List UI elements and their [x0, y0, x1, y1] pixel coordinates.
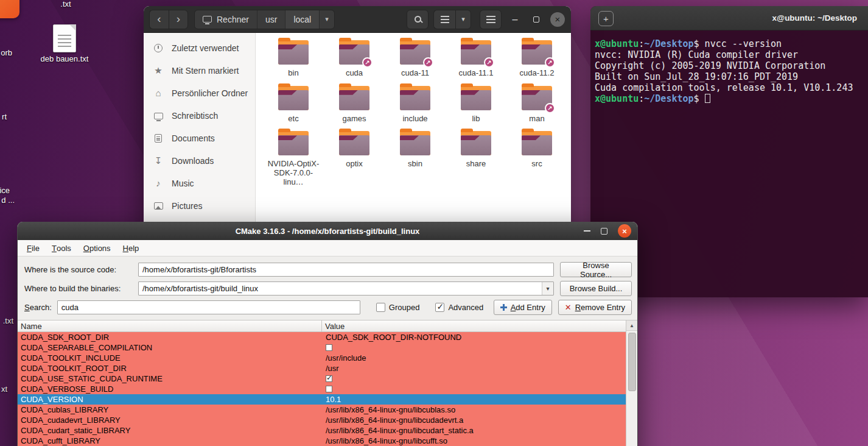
view-options-button[interactable]: ▾	[455, 10, 471, 29]
value-checkbox[interactable]	[326, 386, 332, 392]
breadcrumb-computer[interactable]: Rechner	[195, 10, 257, 29]
folder-src[interactable]: src	[506, 130, 567, 186]
column-header-name[interactable]: Name	[18, 320, 322, 331]
cmake-row-cuda-toolkit-root-dir[interactable]: CUDA_TOOLKIT_ROOT_DIR/usr	[18, 363, 626, 373]
desktop-icon-label-txt-left[interactable]: .txt	[0, 316, 13, 325]
close-button[interactable]: ×	[550, 12, 565, 27]
maximize-button[interactable]	[528, 12, 544, 27]
computer-icon	[203, 16, 212, 23]
sidebar-item-mit-stern-markiert[interactable]: ★Mit Stern markiert	[144, 59, 255, 82]
desktop-icon-deb-bauen[interactable]: deb bauen.txt	[35, 24, 94, 63]
source-code-input[interactable]	[138, 263, 554, 277]
hamburger-menu-button[interactable]	[480, 10, 502, 29]
desktop-icon-label-xt[interactable]: xt	[0, 384, 7, 394]
new-tab-button[interactable]	[598, 11, 614, 26]
cmake-row-cuda-cudart-static-library[interactable]: CUDA_cudart_static_LIBRARY/usr/lib/x86_6…	[18, 425, 626, 436]
add-entry-button[interactable]: Add Entry	[494, 300, 552, 315]
sidebar-item-pers-nlicher-ordner[interactable]: ⌂Persönlicher Ordner	[144, 82, 255, 104]
cmake-row-cuda-cudadevrt-library[interactable]: CUDA_cudadevrt_LIBRARY/usr/lib/x86_64-li…	[18, 415, 626, 425]
path-dropdown-button[interactable]: ▾	[320, 10, 334, 29]
desktop-icon-label-ice[interactable]: ice	[0, 186, 10, 195]
cmake-row-cuda-verbose-build[interactable]: CUDA_VERBOSE_BUILD	[18, 384, 626, 394]
advanced-checkbox[interactable]: Advanced	[435, 303, 483, 312]
terminal-output[interactable]: x@ubuntu:~/Desktop$ nvcc --versionnvcc: …	[590, 30, 868, 112]
folder-sbin[interactable]: sbin	[385, 130, 446, 186]
folder-cuda-11-2[interactable]: ↗cuda-11.2	[506, 39, 567, 78]
cmake-row-cuda-version[interactable]: CUDA_VERSION10.1	[18, 394, 626, 405]
folder-cuda-11[interactable]: ↗cuda-11	[385, 39, 446, 78]
sidebar-item-zuletzt-verwendet[interactable]: Zuletzt verwendet	[144, 37, 255, 59]
menu-file[interactable]: File	[21, 240, 46, 256]
search-input[interactable]	[57, 300, 360, 314]
search-button[interactable]	[407, 10, 429, 29]
folder-etc[interactable]: etc	[263, 85, 324, 124]
cache-entry-name: CUDA_cufft_LIBRARY	[18, 436, 322, 445]
desktop-icon-label-txt-top[interactable]: .txt	[54, 0, 78, 9]
build-dir-label: Where to build the binaries:	[24, 284, 138, 293]
advanced-checkbox-box[interactable]	[435, 303, 444, 312]
sidebar-item-pictures[interactable]: Pictures	[144, 194, 255, 217]
desktop-icon-label-rt[interactable]: rt	[0, 112, 7, 121]
browse-source-button[interactable]: Browse Source...	[560, 262, 632, 277]
cmake-menubar: FileToolsOptionsHelp	[18, 240, 637, 257]
remove-entry-button[interactable]: ✕ Remove Entry	[558, 300, 632, 315]
terminal-line: nvcc: NVIDIA (R) Cuda compiler driver	[595, 49, 864, 60]
corner-app-icon[interactable]	[0, 0, 19, 18]
folder-include[interactable]: include	[385, 85, 446, 124]
folder-nvidia-optix-sdk-7-0-0-linu[interactable]: NVIDIA-OptiX-SDK-7.0.0-linu…	[263, 130, 324, 186]
folder-optix[interactable]: optix	[324, 130, 385, 186]
build-dir-combo[interactable]: ▾	[138, 281, 554, 296]
scroll-up-button[interactable]: ▲	[626, 320, 637, 331]
scrollbar-thumb[interactable]	[628, 333, 636, 391]
desktop-icon-label-d[interactable]: d ...	[0, 196, 15, 205]
folder-share[interactable]: share	[446, 130, 506, 186]
triangle-up-icon: ▲	[629, 323, 634, 328]
desktop-icon-label-orb[interactable]: orb	[0, 48, 12, 57]
close-icon[interactable]: ×	[618, 224, 631, 238]
cmake-row-cuda-toolkit-include[interactable]: CUDA_TOOLKIT_INCLUDE/usr/include	[18, 353, 626, 363]
sidebar-item-label: Documents	[172, 133, 215, 143]
cmake-row-cuda-cublas-library[interactable]: CUDA_cublas_LIBRARY/usr/lib/x86_64-linux…	[18, 405, 626, 415]
folder-bin[interactable]: bin	[263, 39, 324, 78]
breadcrumb-local[interactable]: local	[285, 10, 320, 29]
cmake-row-cuda-sdk-root-dir[interactable]: CUDA_SDK_ROOT_DIRCUDA_SDK_ROOT_DIR-NOTFO…	[18, 332, 626, 342]
breadcrumb-usr[interactable]: usr	[257, 10, 285, 29]
sidebar-item-downloads[interactable]: ↧Downloads	[144, 149, 255, 172]
cmake-titlebar[interactable]: CMake 3.16.3 - /home/x/bforartists-git/b…	[18, 222, 637, 240]
folder-man[interactable]: ↗man	[506, 85, 567, 124]
list-view-button[interactable]	[433, 10, 455, 29]
cache-entry-value: /usr/lib/x86_64-linux-gnu/libcublas.so	[322, 405, 626, 414]
folder-label: cuda-11.2	[520, 69, 555, 78]
grouped-checkbox[interactable]: Grouped	[376, 303, 420, 312]
table-scrollbar[interactable]: ▲	[626, 320, 637, 446]
maximize-icon	[533, 16, 539, 23]
forward-button[interactable]: ›	[169, 10, 188, 29]
cmake-row-cuda-separable-compilation[interactable]: CUDA_SEPARABLE_COMPILATION	[18, 342, 626, 353]
value-checkbox[interactable]	[326, 344, 332, 351]
folder-icon	[339, 131, 369, 155]
back-button[interactable]: ‹	[149, 10, 169, 29]
sidebar-item-schreibtisch[interactable]: Schreibtisch	[144, 104, 255, 127]
menu-tools[interactable]: Tools	[46, 240, 77, 256]
browse-build-button[interactable]: Browse Build...	[560, 281, 632, 296]
menu-help[interactable]: Help	[117, 240, 145, 256]
cache-entry-value: /usr/lib/x86_64-linux-gnu/libcudadevrt.a	[322, 416, 626, 425]
plus-icon	[500, 304, 507, 311]
value-checkbox[interactable]	[326, 375, 332, 382]
folder-cuda-11-1[interactable]: ↗cuda-11.1	[446, 39, 506, 78]
cmake-row-cuda-use-static-cuda-runtime[interactable]: CUDA_USE_STATIC_CUDA_RUNTIME	[18, 373, 626, 384]
build-dir-input[interactable]	[138, 281, 554, 296]
minimize-icon[interactable]	[584, 230, 590, 232]
column-header-value[interactable]: Value	[322, 320, 626, 331]
cmake-row-cuda-cufft-library[interactable]: CUDA_cufft_LIBRARY/usr/lib/x86_64-linux-…	[18, 436, 626, 446]
minimize-button[interactable]: –	[507, 12, 523, 27]
folder-lib[interactable]: lib	[446, 85, 506, 124]
maximize-icon[interactable]	[601, 228, 607, 235]
sidebar-item-documents[interactable]: Documents	[144, 127, 255, 149]
menu-options[interactable]: Options	[77, 240, 117, 256]
grouped-checkbox-box[interactable]	[376, 303, 385, 312]
folder-cuda[interactable]: ↗cuda	[324, 39, 385, 78]
sidebar-item-music[interactable]: ♪Music	[144, 172, 255, 194]
combo-dropdown-icon[interactable]: ▾	[542, 282, 553, 295]
folder-games[interactable]: games	[324, 85, 385, 124]
